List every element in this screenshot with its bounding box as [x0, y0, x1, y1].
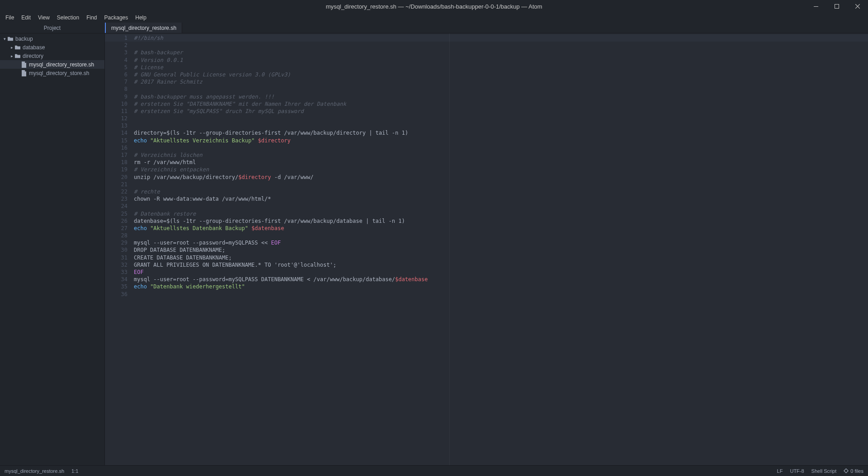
tree-item-backup[interactable]: ▾backup: [0, 34, 104, 43]
line-number-gutter: 1234567891011121314151617181920212223242…: [105, 33, 131, 465]
menu-help[interactable]: Help: [132, 13, 150, 22]
line-number: 19: [105, 166, 127, 173]
window-titlebar: mysql_directory_restore.sh — ~/Downloads…: [0, 0, 868, 13]
menu-find[interactable]: Find: [83, 13, 100, 22]
code-line[interactable]: # GNU General Public License version 3.0…: [134, 71, 868, 78]
close-window-button[interactable]: [847, 0, 868, 13]
file-tree[interactable]: ▾backup▸database▸directorymysql_director…: [0, 33, 104, 465]
code-line[interactable]: chown -R www-data:www-data /var/www/html…: [134, 195, 868, 203]
code-line[interactable]: # erstetzen Sie "DATENBANKNAME" mit der …: [134, 100, 868, 108]
code-line[interactable]: echo "Datenbank wiederhergestellt": [134, 283, 868, 290]
status-cursor-pos[interactable]: 1:1: [71, 468, 78, 474]
tree-item-label: mysql_directory_store.sh: [29, 70, 89, 76]
line-number: 6: [105, 71, 127, 78]
line-number: 30: [105, 246, 127, 254]
editor-pane: mysql_directory_restore.sh 1234567891011…: [105, 23, 868, 465]
code-line[interactable]: [134, 144, 868, 151]
line-number: 4: [105, 57, 127, 64]
code-line[interactable]: # Version 0.0.1: [134, 57, 868, 64]
code-line[interactable]: # 2017 Rainer Schmitz: [134, 78, 868, 85]
git-icon: [844, 468, 849, 473]
sidebar-header: Project: [0, 23, 104, 33]
code-line[interactable]: #!/bin/sh: [134, 34, 868, 42]
code-line[interactable]: rm -r /var/www/html: [134, 159, 868, 166]
line-number: 18: [105, 159, 127, 166]
minimize-icon: [814, 6, 818, 7]
tab-bar: mysql_directory_restore.sh: [105, 23, 868, 33]
wrap-guide: [449, 33, 450, 465]
status-git-files-label: 0 files: [850, 468, 863, 474]
menu-edit[interactable]: Edit: [18, 13, 34, 22]
line-number: 17: [105, 151, 127, 159]
code-line[interactable]: echo "Aktuellstes Datenbank Backup" $dat…: [134, 225, 868, 232]
menubar: FileEditViewSelectionFindPackagesHelp: [0, 13, 868, 23]
code-line[interactable]: # Verzeichnis entpacken: [134, 166, 868, 173]
status-git-files[interactable]: 0 files: [844, 468, 863, 474]
code-line[interactable]: CREATE DATABASE DATENBANKNAME;: [134, 254, 868, 261]
code-line[interactable]: unzip /var/www/backup/directory/$directo…: [134, 174, 868, 181]
code-line[interactable]: mysql --user=root --password=mySQLPASS D…: [134, 276, 868, 283]
tree-item-mysql-directory-restore-sh[interactable]: mysql_directory_restore.sh: [0, 60, 104, 69]
line-number: 12: [105, 115, 127, 122]
line-number: 8: [105, 85, 127, 93]
window-controls: [806, 0, 868, 13]
code-line[interactable]: # bash-backuper: [134, 49, 868, 56]
status-encoding[interactable]: UTF-8: [790, 468, 804, 474]
code-line[interactable]: # Datenbank restore: [134, 210, 868, 217]
close-icon: [855, 4, 860, 9]
code-line[interactable]: GRANT ALL PRIVILEGES ON DATENBANKNAME.* …: [134, 261, 868, 269]
code-line[interactable]: mysql --user=root --password=mySQLPASS <…: [134, 239, 868, 246]
code-line[interactable]: [134, 291, 868, 298]
code-editor[interactable]: 1234567891011121314151617181920212223242…: [105, 33, 868, 465]
code-line[interactable]: [134, 203, 868, 210]
tree-item-database[interactable]: ▸database: [0, 43, 104, 52]
line-number: 7: [105, 78, 127, 85]
line-number: 24: [105, 203, 127, 210]
chevron-down-icon: ▾: [2, 37, 7, 41]
status-file-name[interactable]: mysql_directory_restore.sh: [5, 468, 64, 474]
code-line[interactable]: [134, 42, 868, 49]
tree-item-directory[interactable]: ▸directory: [0, 52, 104, 60]
menu-packages[interactable]: Packages: [101, 13, 132, 22]
code-line[interactable]: [134, 181, 868, 188]
tree-item-label: backup: [15, 36, 33, 42]
status-line-ending[interactable]: LF: [777, 468, 783, 474]
svg-rect-1: [835, 5, 839, 9]
code-line[interactable]: directory=$(ls -1tr --group-directories-…: [134, 129, 868, 137]
line-number: 31: [105, 254, 127, 261]
tree-item-mysql-directory-store-sh[interactable]: mysql_directory_store.sh: [0, 69, 104, 77]
line-number: 5: [105, 64, 127, 71]
line-number: 26: [105, 217, 127, 225]
line-number: 15: [105, 137, 127, 144]
minimize-button[interactable]: [806, 0, 826, 13]
status-language[interactable]: Shell Script: [811, 468, 837, 474]
code-line[interactable]: [134, 122, 868, 129]
code-line[interactable]: # bash-backupper muss angepasst werden. …: [134, 93, 868, 100]
tree-item-label: mysql_directory_restore.sh: [29, 61, 94, 68]
code-line[interactable]: datenbase=$(ls -1tr --group-directories-…: [134, 217, 868, 225]
code-line[interactable]: EOF: [134, 269, 868, 276]
code-line[interactable]: # rechte: [134, 188, 868, 195]
code-line[interactable]: # erstetzen Sie "mySQLPASS" druch Ihr my…: [134, 108, 868, 115]
code-line[interactable]: echo "Aktuellstes Verzeichnis Backup" $d…: [134, 137, 868, 144]
line-number: 1: [105, 34, 127, 42]
maximize-button[interactable]: [826, 0, 847, 13]
line-number: 29: [105, 239, 127, 246]
code-line[interactable]: [134, 232, 868, 239]
code-line[interactable]: [134, 85, 868, 93]
code-line[interactable]: [134, 115, 868, 122]
menu-selection[interactable]: Selection: [53, 13, 83, 22]
line-number: 33: [105, 269, 127, 276]
menu-view[interactable]: View: [34, 13, 53, 22]
tab-mysql-directory-restore-sh[interactable]: mysql_directory_restore.sh: [105, 23, 182, 33]
code-line[interactable]: DROP DATABASE DATENBANKNAME;: [134, 246, 868, 254]
window-title: mysql_directory_restore.sh — ~/Downloads…: [326, 3, 542, 10]
svg-rect-0: [814, 6, 818, 7]
code-line[interactable]: # License: [134, 64, 868, 71]
sidebar-panel: Project ▾backup▸database▸directorymysql_…: [0, 23, 105, 465]
menu-file[interactable]: File: [2, 13, 18, 22]
code-content[interactable]: #!/bin/sh # bash-backuper# Version 0.0.1…: [131, 33, 868, 465]
code-line[interactable]: # Verzeichnis löschen: [134, 151, 868, 159]
line-number: 32: [105, 261, 127, 269]
chevron-right-icon: ▸: [9, 54, 14, 58]
